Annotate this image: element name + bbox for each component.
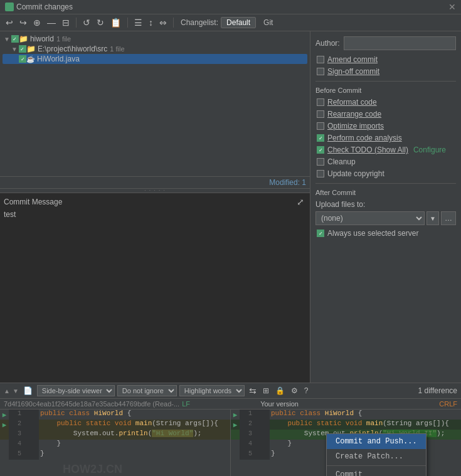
toolbar-sep2 (127, 18, 128, 28)
diff-info-bar: 7d4f1690c4eab1f2645de18a7e35acb44769bdfe… (0, 399, 461, 410)
signoff-commit-row: Sign-off commit (315, 67, 456, 76)
author-input[interactable] (344, 36, 456, 50)
tree-label-hiworld: hiworld (30, 34, 54, 43)
left-arrow-4 (0, 440, 9, 450)
diff-help-btn[interactable]: ? (302, 386, 310, 396)
diff-left-line-2: ▶ 2 public static void main(String args[… (0, 420, 230, 430)
analyze-row: Perform code analysis (315, 134, 456, 142)
changelist-dropdown[interactable]: Default (221, 17, 256, 28)
right-gutter-5: 5 (240, 450, 255, 460)
ctx-commit[interactable]: Commit (327, 467, 426, 476)
tree-item-src[interactable]: ▼ 📁 E:\project\hiworld\src 1 file (3, 44, 307, 54)
toolbar-copy-btn[interactable]: 📋 (109, 16, 123, 29)
amend-checkbox[interactable] (317, 56, 324, 63)
upload-select[interactable]: (none) (315, 211, 425, 225)
diff-left-info: 7d4f1690c4eab1f2645de18a7e35acb44769bdfe… (4, 400, 179, 408)
main-content: ▼ 📁 hiworld 1 file ▼ 📁 E:\project\hiworl… (0, 31, 461, 383)
left-arrow-5 (0, 450, 9, 460)
configure-link[interactable]: Configure (413, 145, 446, 154)
left-gutter-4: 4 (9, 440, 24, 450)
rearrange-checkbox[interactable] (317, 110, 324, 118)
cleanup-checkbox[interactable] (317, 158, 324, 166)
right-arrow-1: ▶ (231, 410, 240, 420)
diff-lock-btn[interactable]: 🔒 (273, 386, 287, 396)
tree-item-hiworld[interactable]: ▼ 📁 hiworld 1 file (3, 34, 307, 44)
right-arrow-5 (231, 450, 240, 460)
upload-dropdown-btn[interactable]: ▼ (427, 211, 439, 225)
analyze-checkbox[interactable] (317, 134, 324, 142)
copyright-checkbox[interactable] (317, 170, 324, 177)
tree-meta-src: 1 file (110, 45, 124, 53)
toolbar: ↩ ↪ ⊕ — ⊟ ↺ ↻ 📋 ☰ ↕ ⇔ Changelist: Defaul… (0, 14, 461, 31)
java-file-icon: ☕ (26, 55, 35, 63)
toolbar-redo-btn[interactable]: ↻ (95, 16, 106, 29)
diff-swap-btn[interactable]: ⇆ (247, 385, 258, 396)
toolbar-add-btn[interactable]: ⊕ (31, 16, 43, 29)
diff-crlf: CRLF (439, 400, 457, 408)
optimize-row: Optimize imports (315, 122, 456, 130)
diff-viewer-select[interactable]: Side-by-side viewer (37, 385, 115, 396)
right-gutter-2: 2 (240, 420, 255, 430)
left-gutter-3: 3 (9, 430, 24, 440)
left-code-2: public static void main(String args[]){ (39, 420, 230, 430)
commit-msg-header: Commit Message ⤢ (4, 196, 306, 208)
diff-settings-btn[interactable]: ⚙ (289, 386, 300, 396)
toolbar-sep3 (173, 18, 174, 28)
ctx-commit-push[interactable]: Commit and Push... (327, 434, 426, 449)
diff-left-panel: ▶ 1 public class HiWorld { ▶ 2 public st… (0, 410, 230, 476)
right-gutter-3b (255, 430, 270, 440)
left-arrow-2: ▶ (0, 420, 9, 430)
ctx-create-patch[interactable]: Create Patch... (327, 449, 426, 464)
right-arrow-3 (231, 430, 240, 440)
resize-handle[interactable]: · · · · · (0, 188, 310, 193)
diff-header: ▲ ▼ 📄 Side-by-side viewer Do not ignore … (0, 383, 461, 399)
toolbar-diff-btn[interactable]: ⇔ (157, 16, 169, 29)
upload-more-btn[interactable]: … (441, 211, 456, 225)
toolbar-expand-btn[interactable]: ↕ (147, 16, 155, 29)
author-row: Author: (315, 36, 456, 50)
diff-left-line-3: 3 System.out.println("Hi World"); (0, 430, 230, 440)
diff-left-line-1: ▶ 1 public class HiWorld { (0, 410, 230, 420)
reformat-checkbox[interactable] (317, 98, 324, 106)
diff-right-line-2: ▶ 2 public static void main(String args[… (231, 420, 461, 430)
diff-page-btn[interactable]: 📄 (21, 386, 34, 396)
tree-label-src: E:\project\hiworld\src (38, 45, 107, 53)
diff-compare-btn[interactable]: ⊞ (261, 386, 271, 396)
reformat-row: Reformat code (315, 98, 456, 107)
right-gutter-1: 1 (240, 410, 255, 420)
close-button[interactable]: ✕ (448, 2, 456, 12)
checkbox-hiworld-java[interactable] (19, 55, 26, 63)
diff-arrow-down[interactable]: ▼ (13, 388, 19, 394)
diff-arrow-up[interactable]: ▲ (4, 388, 10, 394)
right-code-2: public static void main(String args[]){ (270, 420, 461, 430)
always-use-server-checkbox[interactable] (317, 230, 324, 237)
upload-row: (none) ▼ … (315, 211, 456, 225)
reformat-label: Reformat code (327, 98, 377, 107)
toolbar-remove-btn[interactable]: — (45, 16, 58, 29)
optimize-label: Optimize imports (327, 122, 384, 130)
left-arrow-3 (0, 430, 9, 440)
commit-msg-text[interactable]: test (4, 210, 306, 241)
toolbar-btn2[interactable]: ↪ (18, 16, 29, 29)
checkbox-src[interactable] (19, 45, 26, 53)
diff-highlight-select[interactable]: Highlight words (179, 385, 245, 396)
diff-ignore-select[interactable]: Do not ignore (117, 385, 177, 396)
optimize-checkbox[interactable] (317, 122, 324, 130)
toolbar-sort-btn[interactable]: ☰ (132, 16, 144, 29)
toolbar-refresh-btn[interactable]: ↩ (4, 16, 15, 29)
left-gutter-4b (24, 440, 39, 450)
commit-msg-expand-btn[interactable]: ⤢ (295, 196, 306, 208)
right-arrow-2: ▶ (231, 420, 240, 430)
right-gutter-5b (255, 450, 270, 460)
amend-commit-row: Amend commit (315, 55, 456, 64)
git-tab[interactable]: Git (263, 18, 273, 27)
left-panel: ▼ 📁 hiworld 1 file ▼ 📁 E:\project\hiworl… (0, 31, 310, 383)
commit-icon (5, 3, 14, 11)
tree-item-hiworld-java[interactable]: ☕ HiWorld.java (3, 54, 307, 64)
todo-checkbox[interactable] (317, 146, 324, 154)
signoff-checkbox[interactable] (317, 68, 324, 75)
toolbar-undo-btn[interactable]: ↺ (81, 16, 92, 29)
toolbar-group-btn[interactable]: ⊟ (60, 16, 72, 29)
checkbox-hiworld[interactable] (11, 35, 19, 43)
left-code-5: } (39, 450, 230, 460)
